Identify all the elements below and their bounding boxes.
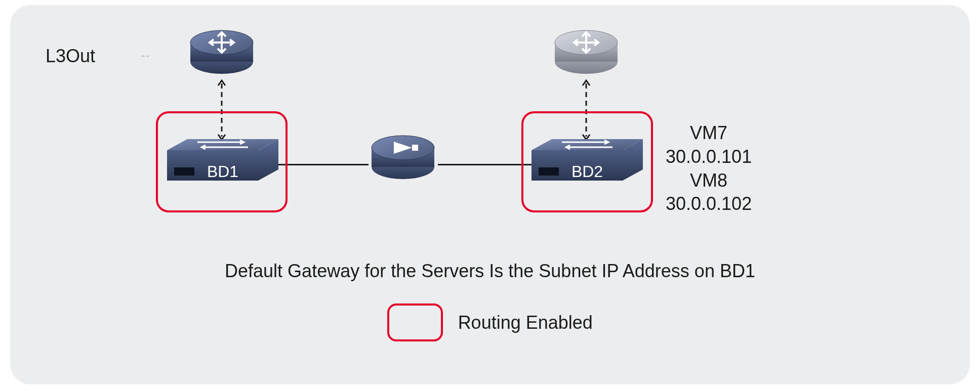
legend: Routing Enabled [10,303,970,341]
vm7-name: VM7 [666,121,752,145]
l3out-arrow [111,56,180,57]
legend-label: Routing Enabled [458,312,593,333]
vm8-name: VM8 [666,169,752,193]
center-device-icon [368,132,438,182]
vm7-ip: 30.0.0.101 [666,145,752,169]
connector-center-bd2 [438,164,532,165]
l3out-label: L3Out [46,46,95,67]
connector-bd1-center [278,164,369,165]
routing-enabled-box-bd2 [521,111,653,212]
router-left-icon [186,26,257,77]
diagram-canvas: L3Out [10,5,970,384]
router-right-icon [551,26,622,77]
svg-rect-12 [412,145,418,151]
legend-box-icon [387,303,443,341]
vm8-ip: 30.0.0.102 [666,192,752,216]
routing-enabled-box-bd1 [156,111,288,212]
vm-info-block: VM7 30.0.0.101 VM8 30.0.0.102 [666,121,752,216]
diagram-caption: Default Gateway for the Servers Is the S… [10,260,970,282]
